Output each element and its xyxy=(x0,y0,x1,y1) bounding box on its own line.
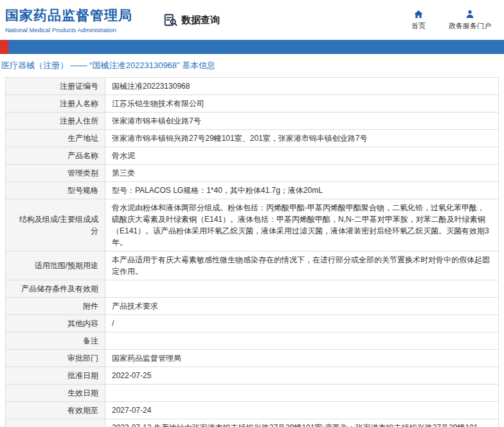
row-label: 型号规格 xyxy=(6,182,105,199)
row-value: 第三类 xyxy=(105,165,499,182)
row-label: 结构及组成/主要组成成分 xyxy=(6,199,105,251)
row-value: 2022-07-25 xyxy=(105,367,499,385)
table-row: 其他内容 / xyxy=(6,315,499,332)
row-value: 型号：PALACOS LG规格：1*40，其中粉体41.7g；液体20mL xyxy=(105,182,499,199)
table-row: 适用范围/预期用途 本产品适用于有庆大霉素敏感性微生物感染存在的情况下，在进行部… xyxy=(6,251,499,280)
nav-home[interactable]: 首页 xyxy=(411,9,426,31)
org-name-cn: 国家药品监督管理局 xyxy=(5,6,132,24)
row-value: 骨水泥由粉体和液体两部分组成。粉体包括：丙烯酸甲酯-甲基丙烯酸甲酯聚合物，二氧化… xyxy=(105,199,499,251)
table-row: 变更情况 2023-07-12 生产地址由张家港市锦丰镇锦兴路27号29幢101… xyxy=(6,419,499,427)
registration-info-table: 注册证编号 国械注准20223130968 注册人名称 江苏乐铠生物技术有限公司… xyxy=(5,77,499,427)
row-value: 产品技术要求 xyxy=(105,298,499,315)
breadcrumb-text: 医疗器械（注册） —— “国械注准20223130968” 基本信息 xyxy=(1,60,215,70)
row-label: 其他内容 xyxy=(6,315,105,332)
nav-home-label: 首页 xyxy=(411,21,426,31)
row-value: / xyxy=(105,315,499,332)
table-row: 有效期至 2027-07-24 xyxy=(6,402,499,419)
row-label: 产品储存条件及有效期 xyxy=(6,280,105,298)
page-header: 国家药品监督管理局 National Medical Products Admi… xyxy=(0,0,504,40)
nav-portal[interactable]: 政务服务门户 xyxy=(449,9,491,31)
row-value xyxy=(105,385,499,402)
table-row: 注册证编号 国械注准20223130968 xyxy=(6,78,499,95)
breadcrumb: 医疗器械（注册） —— “国械注准20223130968” 基本信息 xyxy=(0,54,504,77)
nav-accent-block[interactable] xyxy=(0,40,8,54)
row-label: 批准日期 xyxy=(6,367,105,385)
table-row: 注册人住所 张家港市锦丰镇创业路7号 xyxy=(6,113,499,130)
table-row: 附件 产品技术要求 xyxy=(6,298,499,315)
table-row: 注册人名称 江苏乐铠生物技术有限公司 xyxy=(6,95,499,113)
table-row: 审批部门 国家药品监督管理局 xyxy=(6,350,499,367)
row-value: 2023-07-12 生产地址由张家港市锦丰镇锦兴路27号29幢101室;变更为… xyxy=(105,419,499,427)
nav-portal-label: 政务服务门户 xyxy=(449,21,491,31)
row-value: 江苏乐铠生物技术有限公司 xyxy=(105,95,499,113)
row-label: 生效日期 xyxy=(6,385,105,402)
row-value: 骨水泥 xyxy=(105,147,499,165)
row-value: 张家港市锦丰镇锦兴路27号29幢101室、201室，张家港市锦丰镇创业路7号 xyxy=(105,130,499,147)
row-value: 国家药品监督管理局 xyxy=(105,350,499,367)
row-label: 适用范围/预期用途 xyxy=(6,251,105,280)
row-label: 审批部门 xyxy=(6,350,105,367)
data-query-title: 数据查询 xyxy=(163,13,220,27)
row-label: 变更情况 xyxy=(6,419,105,427)
row-label: 产品名称 xyxy=(6,147,105,165)
person-icon xyxy=(465,9,475,19)
row-label: 注册证编号 xyxy=(6,78,105,95)
org-name-en: National Medical Products Administration xyxy=(5,26,132,33)
table-row: 产品名称 骨水泥 xyxy=(6,147,499,165)
row-value xyxy=(105,332,499,350)
table-row: 管理类别 第三类 xyxy=(6,165,499,182)
row-value: 张家港市锦丰镇创业路7号 xyxy=(105,113,499,130)
row-value: 国械注准20223130968 xyxy=(105,78,499,95)
row-value: 2027-07-24 xyxy=(105,402,499,419)
table-row: 型号规格 型号：PALACOS LG规格：1*40，其中粉体41.7g；液体20… xyxy=(6,182,499,199)
row-label: 注册人名称 xyxy=(6,95,105,113)
data-query-icon xyxy=(163,13,177,27)
primary-nav-bar xyxy=(0,40,504,54)
row-value: 本产品适用于有庆大霉素敏感性微生物感染存在的情况下，在进行部分或全部的关节置换术… xyxy=(105,251,499,280)
data-query-label: 数据查询 xyxy=(181,14,220,26)
row-label: 备注 xyxy=(6,332,105,350)
home-icon xyxy=(413,9,424,19)
row-label: 附件 xyxy=(6,298,105,315)
top-nav: 首页 政务服务门户 xyxy=(411,9,491,31)
brand-logo[interactable]: 国家药品监督管理局 National Medical Products Admi… xyxy=(5,6,132,33)
table-row: 备注 xyxy=(6,332,499,350)
row-label: 注册人住所 xyxy=(6,113,105,130)
row-value xyxy=(105,280,499,298)
table-row: 产品储存条件及有效期 xyxy=(6,280,499,298)
table-row: 结构及组成/主要组成成分 骨水泥由粉体和液体两部分组成。粉体包括：丙烯酸甲酯-甲… xyxy=(6,199,499,251)
table-row: 生产地址 张家港市锦丰镇锦兴路27号29幢101室、201室，张家港市锦丰镇创业… xyxy=(6,130,499,147)
table-row: 生效日期 xyxy=(6,385,499,402)
table-row: 批准日期 2022-07-25 xyxy=(6,367,499,385)
row-label: 有效期至 xyxy=(6,402,105,419)
row-label: 管理类别 xyxy=(6,165,105,182)
row-label: 生产地址 xyxy=(6,130,105,147)
